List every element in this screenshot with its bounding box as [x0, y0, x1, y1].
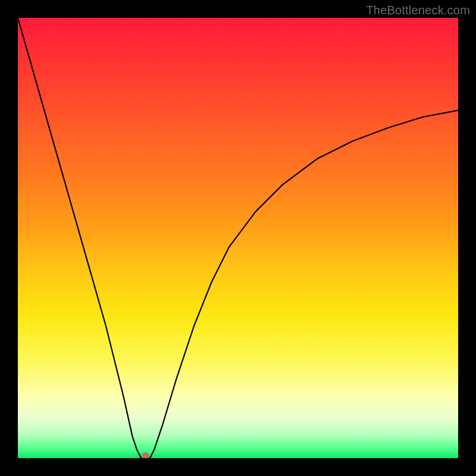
curve-layer [18, 18, 458, 458]
bottleneck-curve [18, 18, 458, 458]
chart-frame: TheBottleneck.com [0, 0, 476, 476]
plot-area [18, 18, 458, 458]
watermark-text: TheBottleneck.com [366, 4, 470, 17]
minimum-marker [142, 452, 149, 458]
